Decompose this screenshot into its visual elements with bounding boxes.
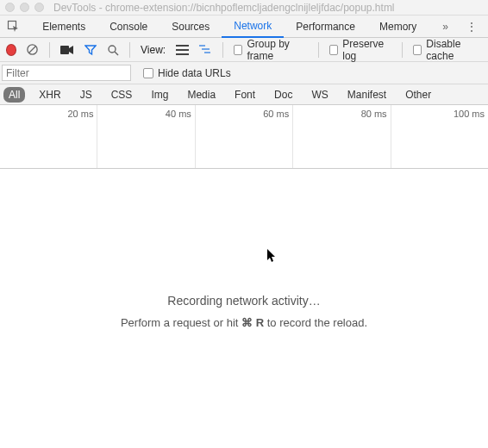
close-window-button[interactable]: [5, 3, 15, 12]
tab-network[interactable]: Network: [222, 16, 284, 38]
tab-sources[interactable]: Sources: [160, 16, 222, 38]
zoom-window-button[interactable]: [34, 3, 44, 12]
checkbox-label: Hide data URLs: [158, 67, 231, 79]
disable-cache-checkbox[interactable]: Disable cache: [413, 38, 481, 62]
clear-icon[interactable]: [26, 43, 39, 57]
minimize-window-button[interactable]: [20, 3, 29, 12]
checkbox-box: [413, 45, 422, 55]
svg-rect-6: [176, 45, 189, 47]
checkbox-label: Preserve log: [342, 38, 391, 62]
svg-line-2: [29, 47, 36, 53]
type-filter-row: All XHR JS CSS Img Media Font Doc WS Man…: [0, 84, 488, 105]
separator: [49, 42, 50, 58]
waterfall-icon[interactable]: [199, 43, 212, 57]
inspect-icon[interactable]: [5, 20, 22, 34]
tab-elements[interactable]: Elements: [30, 16, 97, 38]
filter-row: Hide data URLs: [0, 62, 488, 84]
type-ws[interactable]: WS: [306, 87, 333, 103]
filter-icon[interactable]: [84, 43, 97, 57]
svg-rect-9: [199, 45, 205, 47]
tab-memory[interactable]: Memory: [367, 16, 429, 38]
separator: [402, 42, 403, 58]
devtools-tabs-row: Elements Console Sources Network Perform…: [0, 16, 488, 38]
timeline-column: 80 ms: [293, 105, 391, 168]
checkbox-label: Disable cache: [426, 38, 481, 62]
record-button[interactable]: [7, 45, 16, 55]
timeline-column: 20 ms: [0, 105, 97, 168]
svg-rect-3: [60, 46, 69, 54]
timeline-tick: 80 ms: [361, 109, 387, 119]
separator: [222, 42, 223, 58]
type-img[interactable]: Img: [146, 87, 173, 103]
cursor-icon: [267, 249, 278, 263]
timeline-overview[interactable]: 20 ms 40 ms 60 ms 80 ms 100 ms: [0, 105, 488, 169]
checkbox-box: [329, 45, 338, 55]
empty-line1: Recording network activity…: [0, 294, 488, 308]
tab-console[interactable]: Console: [97, 16, 160, 38]
network-toolbar: View: Group by frame Preserve log Disabl…: [0, 38, 488, 62]
camera-icon[interactable]: [60, 43, 74, 57]
type-font[interactable]: Font: [229, 87, 260, 103]
type-js[interactable]: JS: [75, 87, 97, 103]
preserve-log-checkbox[interactable]: Preserve log: [329, 38, 391, 62]
tabs-overflow-icon[interactable]: »: [435, 21, 455, 33]
svg-rect-11: [204, 52, 210, 53]
checkbox-label: Group by frame: [247, 38, 308, 62]
timeline-column: 60 ms: [196, 105, 293, 168]
devtools-menu-icon[interactable]: ⋮: [455, 20, 488, 34]
type-doc[interactable]: Doc: [269, 87, 297, 103]
type-all[interactable]: All: [3, 87, 25, 103]
filter-input[interactable]: [2, 65, 131, 81]
network-main-area: Recording network activity… Perform a re…: [0, 169, 488, 427]
separator: [129, 42, 130, 58]
empty-line2-post: to record the reload.: [264, 316, 367, 329]
checkbox-box: [234, 45, 242, 55]
timeline-tick: 20 ms: [67, 109, 93, 119]
timeline-column: 40 ms: [97, 105, 195, 168]
svg-rect-10: [202, 48, 210, 50]
timeline-tick: 100 ms: [454, 109, 485, 119]
svg-rect-7: [176, 49, 189, 51]
type-media[interactable]: Media: [182, 87, 221, 103]
timeline-column: 100 ms: [391, 105, 488, 168]
empty-line2: Perform a request or hit ⌘ R to record t…: [0, 316, 488, 329]
titlebar: DevTools - chrome-extension://bicnhpofle…: [0, 0, 488, 16]
type-manifest[interactable]: Manifest: [342, 87, 391, 103]
timeline-tick: 60 ms: [263, 109, 289, 119]
svg-rect-8: [176, 53, 189, 55]
checkbox-box: [143, 68, 153, 78]
type-css[interactable]: CSS: [106, 87, 138, 103]
view-label: View:: [141, 44, 166, 56]
timeline-tick: 40 ms: [166, 109, 191, 119]
shortcut-hint: ⌘ R: [241, 316, 264, 329]
separator: [318, 42, 319, 58]
type-xhr[interactable]: XHR: [34, 87, 66, 103]
window-controls: [5, 3, 44, 12]
empty-state: Recording network activity… Perform a re…: [0, 294, 488, 329]
hide-data-urls-checkbox[interactable]: Hide data URLs: [143, 67, 231, 79]
type-other[interactable]: Other: [400, 87, 436, 103]
large-rows-icon[interactable]: [176, 43, 189, 57]
search-icon[interactable]: [107, 43, 119, 57]
tabs: Elements Console Sources Network Perform…: [30, 16, 455, 38]
svg-line-5: [115, 52, 118, 55]
window-title: DevTools - chrome-extension://bicnhpofle…: [53, 2, 395, 14]
tab-performance[interactable]: Performance: [284, 16, 367, 38]
empty-line2-pre: Perform a request or hit: [121, 316, 241, 329]
group-by-frame-checkbox[interactable]: Group by frame: [234, 38, 308, 62]
svg-point-4: [109, 46, 116, 53]
